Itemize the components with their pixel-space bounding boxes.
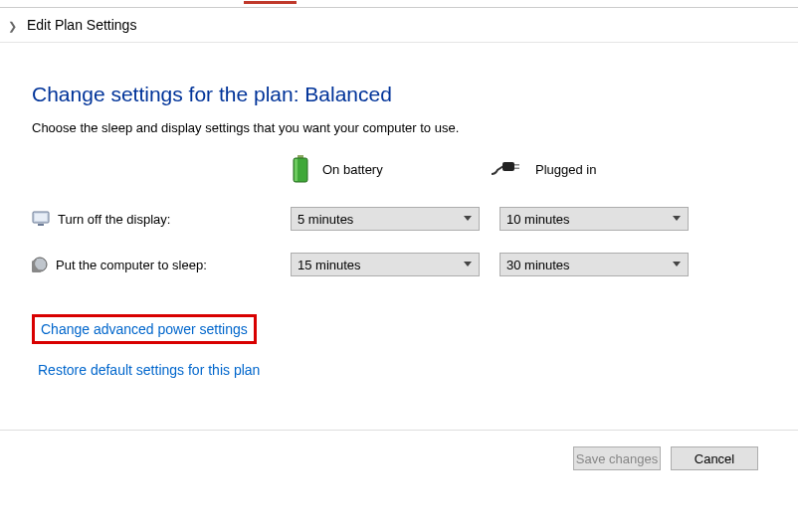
chevron-right-icon: ❯	[8, 20, 17, 32]
svg-rect-3	[295, 159, 298, 181]
col-plugged-label: Plugged in	[535, 162, 596, 177]
col-header-plugged: Plugged in	[490, 160, 689, 178]
row-sleep-label: Put the computer to sleep:	[56, 258, 207, 272]
svg-rect-8	[35, 214, 47, 221]
sleep-plugged-select[interactable]: 30 minutes	[499, 253, 689, 276]
col-battery-label: On battery	[322, 162, 383, 177]
top-border	[0, 0, 798, 8]
row-sleep-label-wrap: Put the computer to sleep:	[32, 257, 291, 272]
col-header-battery: On battery	[291, 155, 490, 183]
battery-icon	[291, 155, 310, 183]
svg-rect-9	[38, 224, 44, 226]
display-battery-select[interactable]: 5 minutes	[291, 207, 480, 231]
display-plugged-select[interactable]: 10 minutes	[499, 207, 689, 231]
svg-rect-6	[514, 168, 519, 170]
advanced-power-settings-link[interactable]: Change advanced power settings	[32, 314, 257, 344]
display-plugged-select-wrap: 10 minutes	[499, 207, 689, 231]
breadcrumb-label: Edit Plan Settings	[27, 17, 137, 33]
page-subtitle: Choose the sleep and display settings th…	[32, 120, 798, 135]
restore-defaults-link[interactable]: Restore default settings for this plan	[32, 358, 266, 382]
svg-rect-4	[502, 162, 514, 171]
display-battery-select-wrap: 5 minutes	[291, 207, 480, 231]
columns-header: On battery Plugged in	[32, 155, 798, 183]
links-area: Change advanced power settings Restore d…	[32, 314, 798, 382]
row-sleep: Put the computer to sleep: 15 minutes 30…	[32, 253, 798, 276]
sleep-plugged-select-wrap: 30 minutes	[499, 253, 689, 276]
sleep-battery-select[interactable]: 15 minutes	[291, 253, 480, 276]
breadcrumb[interactable]: ❯ Edit Plan Settings	[0, 8, 798, 43]
display-icon	[32, 210, 50, 228]
row-display-label: Turn off the display:	[58, 212, 170, 227]
svg-rect-5	[514, 164, 519, 166]
save-button: Save changes	[573, 446, 661, 470]
accent-bar	[244, 1, 297, 4]
row-display: Turn off the display: 5 minutes 10 minut…	[32, 207, 798, 231]
footer: Save changes Cancel	[0, 431, 798, 486]
plug-icon	[490, 160, 523, 178]
sleep-battery-select-wrap: 15 minutes	[291, 253, 480, 276]
content-area: Change settings for the plan: Balanced C…	[0, 43, 798, 410]
row-display-label-wrap: Turn off the display:	[32, 210, 291, 228]
cancel-button[interactable]: Cancel	[671, 446, 758, 470]
moon-icon	[32, 257, 48, 272]
page-title: Change settings for the plan: Balanced	[32, 83, 798, 106]
